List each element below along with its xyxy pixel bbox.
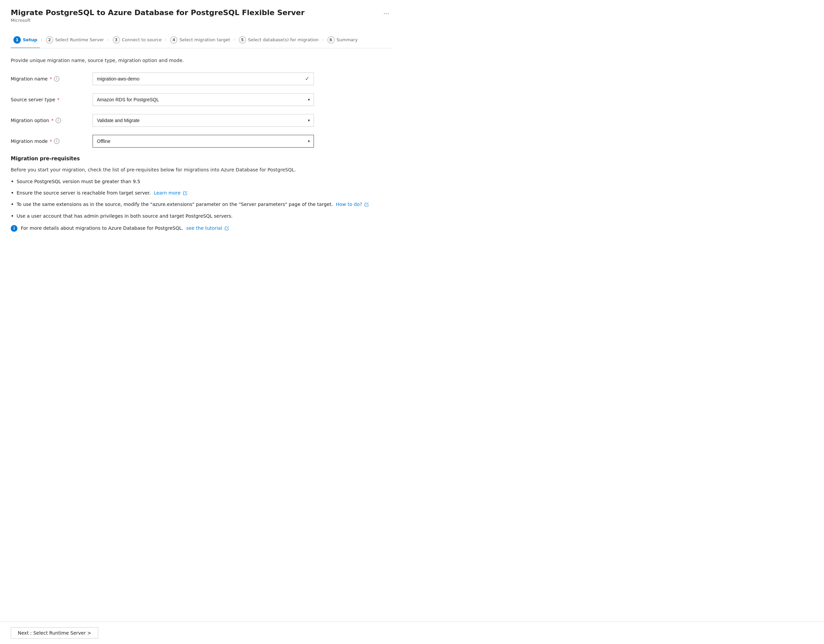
migration-mode-label-text: Migration mode [11, 138, 48, 144]
migration-name-info-icon[interactable]: i [54, 76, 59, 81]
page-subtitle: Microsoft [11, 18, 304, 23]
source-server-type-row: Source server type * Amazon RDS for Post… [11, 93, 392, 106]
prereq-item-2: Ensure the source server is reachable fr… [11, 189, 392, 197]
source-server-type-label: Source server type * [11, 97, 85, 102]
step-separator-3: › [164, 37, 168, 43]
step-2-label: Select Runtime Server [55, 37, 104, 42]
page-title: Migrate PostgreSQL to Azure Database for… [11, 8, 304, 18]
ellipsis-menu-button[interactable]: ··· [381, 8, 392, 18]
migration-name-row: Migration name * i ✓ [11, 72, 392, 85]
migration-name-input[interactable] [97, 76, 305, 81]
migration-option-input-wrap: Validate and Migrate Validate Migrate ▾ [92, 114, 314, 127]
migration-name-input-container: ✓ [92, 72, 314, 85]
migration-option-row: Migration option * i Validate and Migrat… [11, 114, 392, 127]
prereq-list: Source PostgreSQL version must be greate… [11, 178, 392, 220]
how-to-do-external-icon [364, 203, 369, 207]
prereq-item-2-text: Ensure the source server is reachable fr… [17, 189, 187, 197]
see-tutorial-external-icon [225, 226, 229, 231]
migration-name-label-text: Migration name [11, 76, 48, 81]
step-5-circle: 5 [239, 36, 246, 44]
migration-name-check-icon: ✓ [305, 75, 309, 82]
prereq-description: Before you start your migration, check t… [11, 166, 392, 174]
learn-more-link[interactable]: Learn more [154, 190, 187, 195]
migration-name-input-wrap: ✓ [92, 72, 314, 85]
source-server-type-select[interactable]: Amazon RDS for PostgreSQL On-premises Po… [92, 93, 314, 106]
prereq-item-4: Use a user account that has admin privil… [11, 213, 392, 220]
migration-option-required: * [51, 118, 54, 123]
step-1-circle: 1 [14, 36, 21, 44]
step-1-label: Setup [23, 37, 37, 42]
prereq-item-4-text: Use a user account that has admin privil… [17, 213, 232, 220]
migration-mode-select[interactable]: Offline Online [92, 135, 314, 148]
step-separator-2: › [107, 37, 110, 43]
wizard-steps: 1 Setup › 2 Select Runtime Server › 3 Co… [11, 32, 392, 48]
migration-mode-input-wrap: Offline Online ▾ [92, 135, 314, 148]
step-4-circle: 4 [170, 36, 177, 44]
source-server-type-select-wrap: Amazon RDS for PostgreSQL On-premises Po… [92, 93, 314, 106]
step-6-circle: 6 [327, 36, 335, 44]
migration-mode-info-icon[interactable]: i [54, 138, 59, 144]
migration-mode-required: * [50, 138, 52, 144]
step-5-databases[interactable]: 5 Select database(s) for migration [236, 32, 321, 48]
form-description: Provide unique migration name, source ty… [11, 58, 392, 63]
step-6-summary[interactable]: 6 Summary [324, 32, 361, 48]
header-title-group: Migrate PostgreSQL to Azure Database for… [11, 8, 304, 31]
page-header: Migrate PostgreSQL to Azure Database for… [11, 8, 392, 31]
migration-name-label: Migration name * i [11, 76, 85, 81]
migration-mode-row: Migration mode * i Offline Online ▾ [11, 135, 392, 148]
footer-spacer [11, 232, 392, 258]
prereq-section: Migration pre-requisites Before you star… [11, 156, 392, 232]
source-server-type-label-text: Source server type [11, 97, 55, 102]
see-tutorial-link[interactable]: see the tutorial [186, 225, 228, 231]
step-4-target[interactable]: 4 Select migration target [168, 32, 233, 48]
step-separator-1: › [40, 37, 43, 43]
step-1-setup[interactable]: 1 Setup [11, 32, 40, 48]
step-5-label: Select database(s) for migration [248, 37, 318, 42]
prereq-item-3: To use the same extensions as in the sou… [11, 201, 392, 208]
info-box: i For more details about migrations to A… [11, 225, 392, 232]
migration-name-required: * [50, 76, 52, 81]
step-separator-5: › [321, 37, 324, 43]
migration-option-info-icon[interactable]: i [56, 118, 61, 123]
prereq-item-1-text: Source PostgreSQL version must be greate… [17, 178, 140, 185]
migration-option-select[interactable]: Validate and Migrate Validate Migrate [92, 114, 314, 127]
learn-more-external-icon [183, 191, 187, 195]
migration-option-label: Migration option * i [11, 118, 85, 123]
migration-option-select-wrap: Validate and Migrate Validate Migrate ▾ [92, 114, 314, 127]
source-server-type-input-wrap: Amazon RDS for PostgreSQL On-premises Po… [92, 93, 314, 106]
source-server-type-required: * [57, 97, 60, 102]
info-circle-icon: i [11, 225, 17, 232]
prereq-item-3-text: To use the same extensions as in the sou… [17, 201, 369, 208]
how-to-do-link[interactable]: How to do? [336, 201, 369, 207]
migration-mode-select-wrap: Offline Online ▾ [92, 135, 314, 148]
step-2-runtime[interactable]: 2 Select Runtime Server [43, 32, 107, 48]
step-2-circle: 2 [46, 36, 53, 44]
prereq-item-1: Source PostgreSQL version must be greate… [11, 178, 392, 186]
migration-option-label-text: Migration option [11, 118, 49, 123]
step-separator-4: › [233, 37, 236, 43]
info-box-text: For more details about migrations to Azu… [21, 225, 229, 232]
step-6-label: Summary [337, 37, 358, 42]
step-4-label: Select migration target [180, 37, 230, 42]
step-3-label: Connect to source [122, 37, 161, 42]
prereq-title: Migration pre-requisites [11, 156, 392, 162]
migration-mode-label: Migration mode * i [11, 138, 85, 144]
step-3-circle: 3 [113, 36, 120, 44]
step-3-connect[interactable]: 3 Connect to source [110, 32, 164, 48]
